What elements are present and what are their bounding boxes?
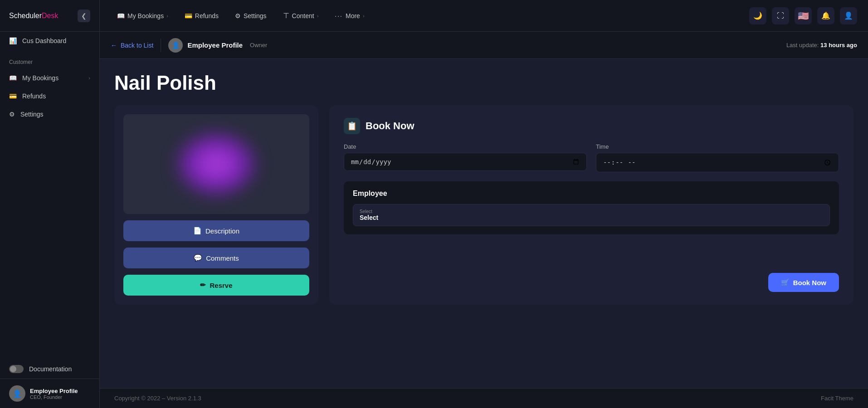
chevron-right-icon: › (363, 13, 365, 19)
topnav-settings[interactable]: ⚙ Settings (229, 9, 273, 23)
arrow-left-icon: ← (111, 42, 117, 49)
service-image-blob (171, 128, 262, 200)
topnav-label: More (346, 12, 360, 19)
theme-label: Facit Theme (821, 395, 853, 402)
employee-section: Employee Select Select (344, 181, 839, 234)
sidebar-item-settings[interactable]: ⚙ Settings (0, 105, 99, 123)
avatar: 👤 (9, 385, 25, 402)
gear-icon: ⚙ (235, 12, 241, 19)
book-now-label: Book Now (366, 120, 414, 132)
last-update-prefix: Last update: (786, 42, 819, 49)
topnav-my-bookings[interactable]: 📖 My Bookings › (111, 9, 175, 23)
footer-info: Employee Profile CEO, Founder (30, 388, 78, 400)
sidebar-item-label: Settings (20, 111, 44, 118)
time-field-group: Time (596, 143, 839, 172)
book-now-button[interactable]: 🛒 Book Now (768, 273, 839, 292)
page-content: Nail Polish 📄 Description 💬 Comments ✏ R (100, 59, 868, 388)
chevron-right-icon: › (317, 13, 319, 19)
sidebar-item-cus-dashboard[interactable]: 📊 Cus Dashboard (0, 32, 99, 50)
dark-mode-button[interactable]: 🌙 (749, 7, 766, 24)
footer-name: Employee Profile (30, 388, 78, 394)
service-image (123, 114, 309, 214)
pencil-icon: ✏ (200, 281, 206, 289)
book-now-icon: 📋 (344, 118, 360, 134)
book-icon: 📖 (9, 74, 17, 82)
back-to-list-label: Back to List (121, 42, 153, 49)
topnav-label: Content (292, 12, 314, 19)
chart-icon: 📊 (9, 37, 17, 44)
breadcrumb-bar: ← Back to List 👤 Employee Profile Owner … (100, 32, 868, 59)
footer-role: CEO, Founder (30, 394, 78, 400)
date-label: Date (344, 143, 587, 150)
documentation-toggle[interactable] (9, 365, 24, 373)
bell-icon: 🔔 (821, 11, 830, 20)
language-button[interactable]: 🇺🇸 (795, 7, 812, 24)
chevron-right-icon: › (88, 75, 90, 81)
topnav-label: Refunds (195, 12, 219, 19)
fullscreen-button[interactable]: ⛶ (772, 7, 789, 24)
employee-select[interactable]: Select Select (353, 204, 830, 226)
chevron-right-icon: › (166, 13, 168, 19)
date-input[interactable] (344, 153, 587, 171)
book-icon: 📖 (117, 12, 125, 19)
back-to-list-button[interactable]: ← Back to List (111, 42, 153, 49)
customer-section-label: Customer (0, 50, 99, 69)
reserve-button[interactable]: ✏ Resrve (123, 275, 309, 296)
comments-button[interactable]: 💬 Comments (123, 248, 309, 268)
profile-badge-name: Employee Profile (187, 41, 243, 49)
employee-select-value: Select (360, 214, 823, 221)
sidebar-item-my-bookings[interactable]: 📖 My Bookings › (0, 69, 99, 87)
datetime-row: Date Time (344, 143, 839, 172)
doc-icon: 📄 (193, 227, 202, 235)
documentation-label: Documentation (29, 365, 72, 373)
booking-card: 📋 Book Now Date Time Employee (329, 105, 853, 305)
topnav-label: Settings (244, 12, 267, 19)
employee-section-title: Employee (353, 189, 830, 198)
logo-scheduler: Scheduler (9, 12, 42, 19)
sidebar-item-refunds[interactable]: 💳 Refunds (0, 87, 99, 105)
cus-dashboard-label: Cus Dashboard (22, 37, 66, 44)
breadcrumb-divider (161, 39, 161, 52)
sidebar-item-documentation[interactable]: Documentation (0, 359, 99, 379)
card-icon: 💳 (185, 12, 192, 19)
topnav-more[interactable]: ··· More › (328, 9, 371, 23)
book-now-header: 📋 Book Now (344, 118, 839, 134)
topnav-content[interactable]: ⊤ Content › (277, 8, 325, 24)
last-update-value: 13 hours ago (820, 42, 857, 49)
sidebar-collapse-button[interactable]: ❮ (78, 10, 90, 22)
user-profile-button[interactable]: 👤 (840, 7, 857, 24)
tune-icon: ⊤ (283, 11, 289, 20)
flag-icon: 🇺🇸 (798, 10, 809, 21)
topnav-right: 🌙 ⛶ 🇺🇸 🔔 👤 (749, 7, 857, 24)
profile-avatar: 👤 (168, 38, 183, 53)
profile-badge-role: Owner (250, 42, 267, 49)
service-card: 📄 Description 💬 Comments ✏ Resrve (114, 105, 318, 305)
notifications-button[interactable]: 🔔 (817, 7, 834, 24)
user-icon: 👤 (844, 11, 853, 20)
topnav-label: My Bookings (127, 12, 164, 19)
page-title: Nail Polish (114, 72, 853, 94)
chat-icon: 💬 (194, 254, 202, 262)
profile-badge: 👤 Employee Profile Owner (168, 38, 267, 53)
copyright-text: Copyright © 2022 – Version 2.1.3 (114, 395, 201, 402)
reserve-label: Resrve (210, 282, 232, 289)
description-label: Description (205, 227, 239, 235)
sidebar-item-label: My Bookings (22, 74, 59, 82)
time-input[interactable] (596, 153, 839, 172)
book-now-footer: 🛒 Book Now (344, 273, 839, 292)
gear-icon: ⚙ (9, 111, 15, 118)
content-grid: 📄 Description 💬 Comments ✏ Resrve 📋 Book… (114, 105, 853, 305)
moon-icon: 🌙 (753, 11, 762, 20)
topnav-refunds[interactable]: 💳 Refunds (178, 9, 225, 23)
top-navigation: 📖 My Bookings › 💳 Refunds ⚙ Settings ⊤ C… (100, 0, 868, 32)
sidebar-logo: SchedulerDesk ❮ (0, 0, 99, 32)
sidebar-nav: 📖 My Bookings › 💳 Refunds ⚙ Settings (0, 69, 99, 359)
last-update: Last update: 13 hours ago (786, 42, 857, 49)
description-button[interactable]: 📄 Description (123, 220, 309, 241)
sidebar-item-label: Refunds (22, 92, 46, 100)
dots-icon: ··· (335, 12, 343, 19)
card-icon: 💳 (9, 92, 17, 100)
date-field-group: Date (344, 143, 587, 172)
sidebar-footer: 👤 Employee Profile CEO, Founder (0, 379, 99, 408)
logo: SchedulerDesk (9, 12, 59, 20)
